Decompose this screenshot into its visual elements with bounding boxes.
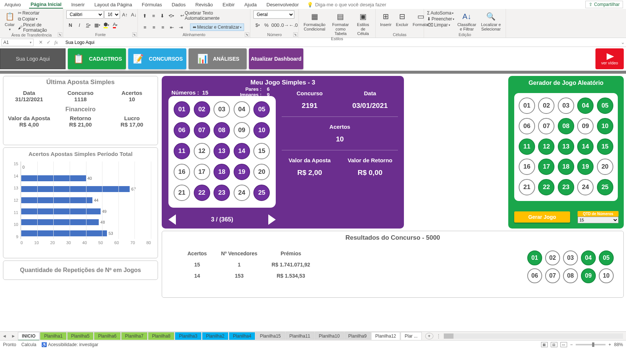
zoom-in-button[interactable]: + — [608, 342, 611, 347]
number-ball-23[interactable]: 23 — [558, 179, 574, 195]
zoom-slider[interactable] — [576, 344, 606, 345]
number-ball-22[interactable]: 22 — [194, 185, 210, 201]
view-normal-button[interactable]: ▦ — [541, 342, 548, 347]
indent-button[interactable]: ⇥ — [177, 23, 185, 31]
paste-button[interactable]: 📋Colar▾ — [3, 10, 16, 32]
delete-cells-button[interactable]: ⊟Excluir — [395, 10, 410, 28]
decrease-font-button[interactable]: A↓ — [130, 10, 138, 19]
tell-me[interactable]: 💡Diga-me o que você deseja fazer — [307, 2, 386, 7]
sheet-tab[interactable]: Planilha2 — [202, 332, 228, 340]
fill-color-button[interactable]: ⬢▾ — [102, 21, 110, 29]
number-ball-8[interactable]: 08 — [214, 122, 230, 138]
number-ball-20[interactable]: 20 — [597, 159, 613, 175]
analises-button[interactable]: 📊ANÁLISES — [189, 48, 247, 69]
number-ball-12[interactable]: 12 — [194, 143, 210, 159]
tab-pagina-inicial[interactable]: Página Inicial — [29, 1, 63, 9]
zoom-out-button[interactable]: − — [570, 342, 573, 347]
cancel-formula-icon[interactable]: ✕ — [39, 39, 43, 45]
underline-button[interactable]: S▾ — [84, 21, 92, 29]
sheet-tab[interactable]: Planilha10 — [315, 332, 344, 340]
alignment-launcher[interactable]: ⬊ — [245, 32, 249, 37]
sheet-tab[interactable]: Planilha15 — [256, 332, 285, 340]
copy-button[interactable]: ⧉Copiar▾ — [18, 16, 60, 22]
number-ball-15[interactable]: 15 — [253, 143, 270, 159]
number-ball-3[interactable]: 03 — [214, 101, 230, 118]
next-button[interactable] — [268, 214, 276, 225]
merge-center-button[interactable]: ⬌Mesclar e Centralizar▾ — [190, 23, 244, 31]
align-left-button[interactable]: ≡ — [141, 23, 149, 31]
increase-font-button[interactable]: A↑ — [121, 10, 129, 19]
autosum-button[interactable]: ΣAutoSoma▾ — [427, 10, 454, 16]
number-ball-5[interactable]: 05 — [597, 98, 613, 114]
sheet-tab[interactable]: INICIO — [18, 332, 40, 341]
borders-button[interactable]: ▦▾ — [93, 21, 101, 29]
add-sheet-button[interactable]: + — [425, 333, 433, 339]
cadastros-button[interactable]: 📋CADASTROS — [68, 48, 126, 69]
number-ball-10[interactable]: 10 — [253, 122, 270, 138]
thousands-button[interactable]: 000 — [271, 21, 279, 29]
sheet-tab[interactable]: Planilha5 — [67, 332, 94, 340]
insert-cells-button[interactable]: ⊞Inserir — [379, 10, 393, 28]
number-ball-7[interactable]: 07 — [194, 122, 210, 138]
font-color-button[interactable]: A▾ — [111, 21, 119, 29]
tab-ajuda[interactable]: Ajuda — [243, 1, 258, 8]
ver-video-button[interactable]: ver vídeo — [595, 48, 624, 69]
gerar-jogo-button[interactable]: Gerar Jogo — [514, 211, 570, 223]
format-as-table-button[interactable]: ▤Formatar como Tabela — [329, 10, 352, 36]
number-ball-6[interactable]: 06 — [174, 122, 190, 138]
sheet-tab[interactable]: Planilha11 — [285, 332, 314, 340]
number-launcher[interactable]: ⬊ — [293, 32, 298, 37]
sheet-tab[interactable]: Planilha8 — [148, 332, 174, 340]
number-format-select[interactable]: Geral — [253, 10, 294, 19]
number-ball-2[interactable]: 02 — [194, 101, 210, 118]
number-ball-2[interactable]: 02 — [538, 98, 554, 114]
align-bottom-button[interactable]: ⬇ — [158, 12, 167, 20]
conditional-formatting-button[interactable]: ▦Formatação Condicional — [302, 10, 327, 32]
orientation-button[interactable]: ⟲▾ — [167, 12, 176, 20]
number-ball-19[interactable]: 19 — [577, 159, 594, 175]
number-ball-16[interactable]: 16 — [519, 159, 535, 175]
accessibility-status[interactable]: ♿ Acessibilidade: investigar — [41, 342, 98, 347]
number-ball-5[interactable]: 05 — [253, 101, 270, 118]
number-ball-9[interactable]: 09 — [577, 118, 594, 134]
tab-dados[interactable]: Dados — [170, 1, 187, 8]
align-middle-button[interactable]: ≡ — [150, 12, 158, 20]
number-ball-21[interactable]: 21 — [174, 185, 190, 201]
increase-decimal-button[interactable]: .0→ — [280, 21, 288, 29]
align-top-button[interactable]: ⬆ — [141, 12, 149, 20]
sort-filter-button[interactable]: A↓Classificar e Filtrar — [456, 10, 478, 32]
atualizar-dashboard-button[interactable]: Atualizar Dashboard — [249, 48, 303, 69]
number-ball-1[interactable]: 01 — [174, 101, 190, 118]
sheet-nav-next[interactable]: ► — [9, 333, 18, 339]
number-ball-21[interactable]: 21 — [519, 179, 535, 195]
outdent-button[interactable]: ⇤ — [168, 23, 176, 31]
prev-button[interactable] — [168, 214, 176, 225]
accept-formula-icon[interactable]: ✓ — [47, 39, 51, 45]
cut-button[interactable]: ✂Recortar — [18, 10, 60, 16]
expand-formula-button[interactable]: ⌄ — [619, 39, 626, 45]
find-select-button[interactable]: 🔍Localizar e Selecionar — [479, 10, 503, 32]
number-ball-11[interactable]: 11 — [519, 138, 535, 155]
concursos-button[interactable]: 📝CONCURSOS — [128, 48, 186, 69]
number-ball-24[interactable]: 24 — [234, 185, 250, 201]
font-name-select[interactable]: Calibri — [66, 10, 104, 19]
number-ball-9[interactable]: 09 — [234, 122, 250, 138]
number-ball-3[interactable]: 03 — [558, 98, 574, 114]
name-box[interactable]: A1▾ — [1, 39, 34, 46]
clipboard-launcher[interactable]: ⬊ — [58, 32, 62, 37]
number-ball-18[interactable]: 18 — [214, 164, 230, 180]
number-ball-6[interactable]: 06 — [519, 118, 535, 134]
horizontal-scrollbar[interactable] — [444, 333, 623, 339]
zoom-level[interactable]: 88% — [614, 342, 623, 347]
number-ball-11[interactable]: 11 — [174, 143, 190, 159]
sheet-tab[interactable]: Planilha1 — [40, 332, 66, 340]
bold-button[interactable]: N — [66, 21, 75, 29]
number-ball-24[interactable]: 24 — [577, 179, 594, 195]
number-ball-12[interactable]: 12 — [538, 138, 554, 155]
percent-button[interactable]: % — [262, 21, 271, 29]
view-page-break-button[interactable]: ▭ — [560, 342, 567, 347]
share-button[interactable]: ⇪Compartilhar — [585, 1, 623, 8]
italic-button[interactable]: I — [75, 21, 83, 29]
format-painter-button[interactable]: 🖌Pincel de Formatação — [18, 22, 60, 33]
sheet-tab[interactable]: Planilha7 — [121, 332, 148, 340]
